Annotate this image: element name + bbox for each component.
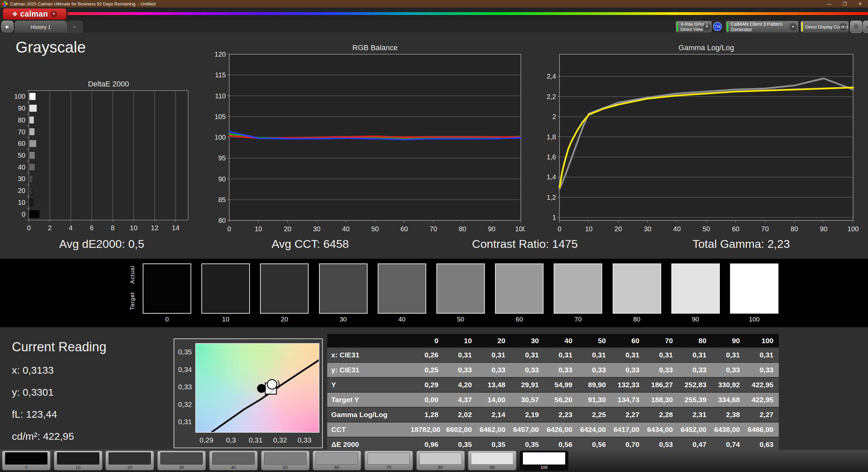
- table-cell: 252,83: [678, 377, 712, 392]
- table-column-header: 20: [477, 334, 511, 348]
- pattern-patch-0[interactable]: 0: [2, 451, 51, 470]
- patch-color-chip: [523, 452, 565, 465]
- settings-button[interactable]: ⚙: [850, 21, 862, 33]
- table-cell: 6462,00: [477, 422, 511, 437]
- table-cell: 0,00: [410, 392, 444, 407]
- table-cell: 0,31: [444, 348, 477, 362]
- table-column-header: 50: [578, 334, 611, 348]
- swatch-level-label: 50: [436, 316, 485, 323]
- close-button[interactable]: ✕: [852, 0, 868, 7]
- cie-y-tick: 0,32: [174, 400, 192, 409]
- table-cell: 29,91: [511, 377, 544, 392]
- svg-text:100: 100: [847, 225, 859, 233]
- display-control-dropdown[interactable]: Direct Display Control ▼: [800, 21, 849, 33]
- patch-label: 80: [417, 465, 465, 470]
- table-cell: 422,95: [745, 377, 779, 392]
- pattern-patch-10[interactable]: 10: [54, 451, 102, 470]
- table-cell: 89,90: [578, 377, 611, 392]
- table-cell: 1,28: [410, 407, 444, 422]
- pattern-generator-dropdown[interactable]: CalMAN Client 3 Pattern Generator ▼: [726, 21, 799, 33]
- calman-logo-icon: ❖: [12, 11, 18, 17]
- patch-label: 60: [313, 465, 361, 470]
- table-column-header: 100: [745, 334, 779, 348]
- svg-text:30: 30: [644, 225, 651, 233]
- swatch-level-label: 0: [143, 316, 191, 323]
- cie-y-tick: 0,34: [174, 366, 192, 374]
- chevron-down-icon: ▼: [840, 23, 847, 31]
- svg-text:0: 0: [22, 211, 25, 218]
- display-status-bar: [801, 22, 803, 32]
- table-column-header: 0: [410, 334, 444, 348]
- swatch-level-label: 40: [378, 316, 426, 323]
- cie-x-tick: 0,3: [226, 436, 236, 444]
- patch-label: 20: [106, 465, 154, 470]
- table-cell: 6457,00: [511, 422, 544, 437]
- window-title: Calman 2025 Calman Ultimate for Business…: [10, 1, 155, 6]
- patch-label: 90: [468, 465, 516, 470]
- svg-text:20: 20: [18, 187, 25, 194]
- tab-scroll-button[interactable]: ▶: [1, 21, 14, 32]
- table-cell: 334,68: [712, 392, 745, 407]
- minimize-button[interactable]: —: [821, 0, 837, 7]
- grayscale-swatch-strip: Actual Target 0102030405060708090100: [0, 259, 868, 327]
- cie-x-tick: 0,32: [273, 436, 287, 444]
- pattern-patch-90[interactable]: 90: [468, 451, 516, 470]
- calman-menu-button[interactable]: ❖ calman ▼: [3, 8, 66, 20]
- collapse-panel-button[interactable]: ◀: [863, 21, 868, 33]
- patch-label: 10: [54, 465, 102, 470]
- table-cell: 2,31: [678, 407, 712, 422]
- grayscale-swatch-80: [613, 263, 661, 314]
- svg-text:2,2: 2,2: [547, 93, 556, 100]
- pattern-patch-30[interactable]: 30: [157, 451, 206, 470]
- gear-icon: ⚙: [853, 23, 859, 31]
- swatch-level-label: 90: [671, 316, 720, 323]
- svg-text:4: 4: [69, 224, 73, 232]
- patch-color-chip: [108, 452, 151, 465]
- tab-bar: ▶ History 1 + X-Rite i1Pro 3 Direct View…: [0, 20, 868, 33]
- pattern-patch-70[interactable]: 70: [364, 451, 413, 470]
- svg-text:10: 10: [255, 225, 262, 233]
- tab-history-1[interactable]: History 1: [15, 21, 66, 33]
- pattern-patch-50[interactable]: 50: [261, 451, 310, 470]
- table-cell: 2,25: [578, 407, 611, 422]
- patch-color-chip: [264, 452, 307, 465]
- svg-text:RGB Balance: RGB Balance: [352, 43, 397, 52]
- grayscale-swatch-50: [436, 263, 485, 314]
- table-cell: 6417,00: [611, 422, 645, 437]
- table-cell: 186,27: [645, 377, 678, 392]
- pattern-patch-20[interactable]: 20: [105, 451, 154, 470]
- table-cell: 6602,00: [444, 422, 477, 437]
- swatch-level-label: 20: [260, 316, 309, 323]
- pattern-patch-80[interactable]: 80: [416, 451, 465, 470]
- table-cell: 0,25: [410, 362, 444, 377]
- table-cell: 18782,00: [410, 422, 444, 437]
- svg-text:70: 70: [761, 225, 769, 233]
- table-row-label: Target Y: [327, 392, 410, 407]
- table-cell: 2,14: [477, 407, 511, 422]
- table-column-header: 30: [511, 334, 544, 348]
- grayscale-swatch-30: [319, 263, 368, 314]
- svg-text:0: 0: [557, 225, 561, 233]
- patch-label: 100: [520, 465, 568, 470]
- svg-text:0: 0: [227, 225, 231, 233]
- table-row: x: CIE310,260,310,310,310,310,310,310,31…: [327, 348, 779, 362]
- table-cell: 4,37: [444, 392, 477, 407]
- table-cell: 91,30: [578, 392, 611, 407]
- page-title: Grayscale: [16, 38, 86, 56]
- table-cell: 2,27: [745, 407, 779, 422]
- meter-dropdown[interactable]: X-Rite i1Pro 3 Direct View ▼: [675, 21, 712, 33]
- svg-text:10: 10: [18, 199, 25, 206]
- svg-text:115: 115: [215, 71, 226, 79]
- pattern-bar: 0102030405060708090100 ▲ ■ ▶ [-] ∞ ↻ « B…: [0, 450, 868, 472]
- pattern-patch-60[interactable]: 60: [313, 451, 361, 470]
- svg-text:110: 110: [215, 92, 226, 100]
- table-cell: 6426,00: [544, 422, 578, 437]
- pattern-patch-40[interactable]: 40: [209, 451, 258, 470]
- add-tab-button[interactable]: +: [66, 21, 83, 33]
- svg-text:30: 30: [18, 175, 25, 182]
- table-row-label: x: CIE31: [327, 348, 410, 362]
- table-cell: 54,99: [544, 377, 578, 392]
- restore-button[interactable]: ❐: [837, 0, 852, 7]
- pattern-patch-100[interactable]: 100: [520, 451, 568, 470]
- svg-text:1: 1: [552, 214, 556, 221]
